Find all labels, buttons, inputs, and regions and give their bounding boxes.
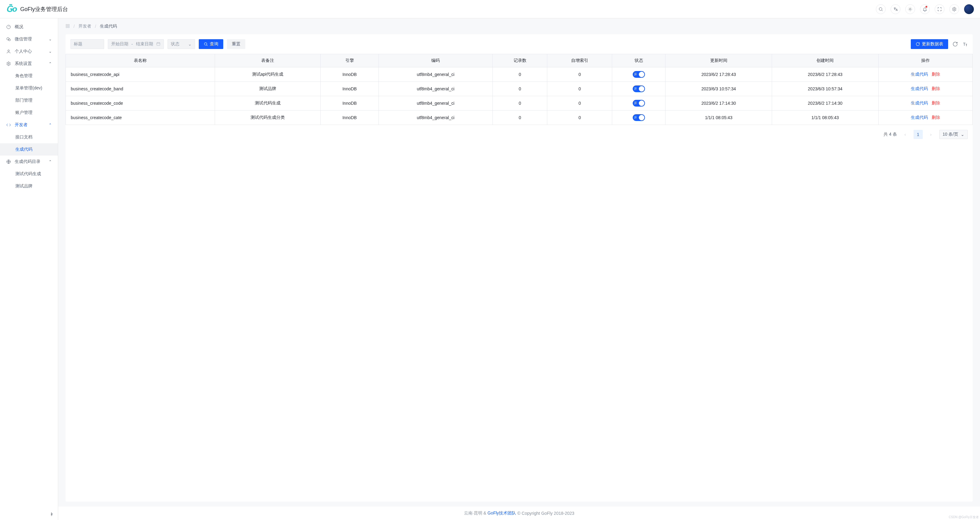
footer: 云南·昆明 & GoFly技术团队 © Copyright GoFly 2018… xyxy=(58,507,980,520)
pagination-prev[interactable]: ‹ xyxy=(901,130,910,139)
cell-records: 0 xyxy=(492,111,547,125)
font-size-icon[interactable] xyxy=(962,41,968,47)
delete-link[interactable]: 删除 xyxy=(932,115,940,120)
notification-icon[interactable] xyxy=(920,4,930,14)
date-range-input[interactable]: 开始日期 - 结束日期 xyxy=(108,39,164,49)
pagination-total: 共 4 条 xyxy=(883,132,897,137)
sidebar-subitem[interactable]: 测试代码生成 xyxy=(0,168,58,180)
svg-point-3 xyxy=(954,9,955,10)
cell-comment: 测试api代码生成 xyxy=(215,67,320,82)
generate-code-link[interactable]: 生成代码 xyxy=(911,100,928,106)
svg-line-1 xyxy=(882,10,883,11)
breadcrumb-current: 生成代码 xyxy=(100,24,117,29)
sidebar-item[interactable]: 微信管理⌄ xyxy=(0,33,58,45)
sidebar-subitem[interactable]: 接口文档 xyxy=(0,131,58,143)
cell-name: business_createcode_code xyxy=(66,96,215,111)
table-header: 引擎 xyxy=(321,54,379,67)
sidebar-subitem[interactable]: 角色管理 xyxy=(0,70,58,82)
sidebar-item-label: 微信管理 xyxy=(15,37,32,42)
cell-engine: InnoDB xyxy=(321,111,379,125)
sidebar-subitem[interactable]: 生成代码 xyxy=(0,143,58,156)
cell-comment: 测试品牌 xyxy=(215,82,320,96)
language-icon[interactable] xyxy=(891,4,900,14)
sidebar-item-label: 生成代码目录 xyxy=(15,159,40,164)
sidebar-item[interactable]: 生成代码目录⌃ xyxy=(0,156,58,168)
sidebar-item[interactable]: 开发者⌃ xyxy=(0,119,58,131)
cell-created: 2023/6/3 10:57:34 xyxy=(772,82,878,96)
refresh-table-button[interactable]: 更新数据表 xyxy=(911,39,948,49)
svg-rect-11 xyxy=(68,24,69,25)
generate-code-link[interactable]: 生成代码 xyxy=(911,86,928,92)
chevron-down-icon: ⌄ xyxy=(961,132,964,137)
cell-updated: 2023/6/2 17:28:43 xyxy=(665,67,772,82)
sidebar-subitem-label: 生成代码 xyxy=(15,147,32,152)
chevron-up-icon: ⌃ xyxy=(49,62,52,66)
table-row: business_createcode_band 测试品牌 InnoDB utf… xyxy=(66,82,973,96)
sidebar-subitem[interactable]: 账户管理 xyxy=(0,107,58,119)
pagination-size-select[interactable]: 10 条/页 ⌄ xyxy=(939,130,968,139)
delete-link[interactable]: 删除 xyxy=(932,100,940,106)
avatar[interactable] xyxy=(964,4,974,14)
sidebar-subitem-label: 角色管理 xyxy=(15,73,32,79)
delete-link[interactable]: 删除 xyxy=(932,86,940,92)
sidebar-subitem[interactable]: 测试品牌 xyxy=(0,180,58,192)
svg-rect-12 xyxy=(66,26,67,27)
data-table: 表名称表备注引擎编码记录数自增索引状态更新时间创建时间操作 business_c… xyxy=(65,54,973,125)
status-toggle[interactable]: 开 xyxy=(633,86,645,92)
sidebar-item[interactable]: 系统设置⌃ xyxy=(0,57,58,70)
sidebar-subitem[interactable]: 部门管理 xyxy=(0,94,58,107)
header: G̃o GoFly业务管理后台 xyxy=(0,0,980,18)
generate-code-link[interactable]: 生成代码 xyxy=(911,115,928,120)
search-icon[interactable] xyxy=(876,4,886,14)
sidebar-subitem-label: 菜单管理(dev) xyxy=(15,86,42,91)
reset-button[interactable]: 重置 xyxy=(227,39,245,49)
cell-created: 1/1/1 08:05:43 xyxy=(772,111,878,125)
delete-link[interactable]: 删除 xyxy=(932,72,940,77)
svg-rect-10 xyxy=(66,24,67,25)
sidebar-item[interactable]: 个人中心⌄ xyxy=(0,45,58,57)
sidebar-item-label: 系统设置 xyxy=(15,61,32,67)
watermark: CSDN @GoFly开发者 xyxy=(949,515,979,519)
cell-records: 0 xyxy=(492,96,547,111)
status-select[interactable]: 状态 ⌄ xyxy=(167,39,195,49)
pagination-page-current[interactable]: 1 xyxy=(913,130,923,139)
sidebar-item[interactable]: 概况 xyxy=(0,21,58,33)
sidebar-item-label: 个人中心 xyxy=(15,49,32,54)
title-input[interactable]: 标题 xyxy=(70,39,104,49)
status-toggle[interactable]: 开 xyxy=(633,114,645,121)
settings-icon[interactable] xyxy=(950,4,959,14)
status-toggle[interactable]: 开 xyxy=(633,71,645,78)
wechat-icon xyxy=(6,37,11,41)
table-header: 状态 xyxy=(612,54,665,67)
collapse-sidebar-icon[interactable] xyxy=(49,511,55,517)
query-button[interactable]: 查询 xyxy=(199,39,223,49)
footer-link[interactable]: GoFly技术团队 xyxy=(488,510,516,516)
reload-icon[interactable] xyxy=(953,41,958,47)
toolbar: 标题 开始日期 - 结束日期 状态 ⌄ 查询 重置 xyxy=(65,34,973,54)
generate-code-link[interactable]: 生成代码 xyxy=(911,72,928,77)
code-icon xyxy=(6,122,11,127)
status-toggle[interactable]: 开 xyxy=(633,100,645,107)
table-header: 表名称 xyxy=(66,54,215,67)
sidebar-item-label: 概况 xyxy=(15,24,23,30)
svg-line-16 xyxy=(207,45,207,46)
table-row: business_createcode_code 测试代码生成 InnoDB u… xyxy=(66,96,973,111)
theme-icon[interactable] xyxy=(905,4,915,14)
sidebar-subitem-label: 账户管理 xyxy=(15,110,32,116)
svg-rect-13 xyxy=(68,26,69,27)
breadcrumb-item[interactable]: 开发者 xyxy=(78,24,91,29)
fullscreen-icon[interactable] xyxy=(935,4,945,14)
svg-point-0 xyxy=(879,7,882,10)
cell-encoding: utf8mb4_general_ci xyxy=(379,111,493,125)
cell-encoding: utf8mb4_general_ci xyxy=(379,82,493,96)
cell-autoinc: 0 xyxy=(547,82,612,96)
pagination: 共 4 条 ‹ 1 › 10 条/页 ⌄ xyxy=(65,125,973,144)
pagination-next[interactable]: › xyxy=(926,130,935,139)
cell-encoding: utf8mb4_general_ci xyxy=(379,67,493,82)
cell-encoding: utf8mb4_general_ci xyxy=(379,96,493,111)
breadcrumb-apps-icon[interactable] xyxy=(65,24,70,29)
cell-autoinc: 0 xyxy=(547,67,612,82)
sidebar-subitem-label: 部门管理 xyxy=(15,98,32,103)
sidebar-subitem[interactable]: 菜单管理(dev) xyxy=(0,82,58,94)
table-header: 更新时间 xyxy=(665,54,772,67)
